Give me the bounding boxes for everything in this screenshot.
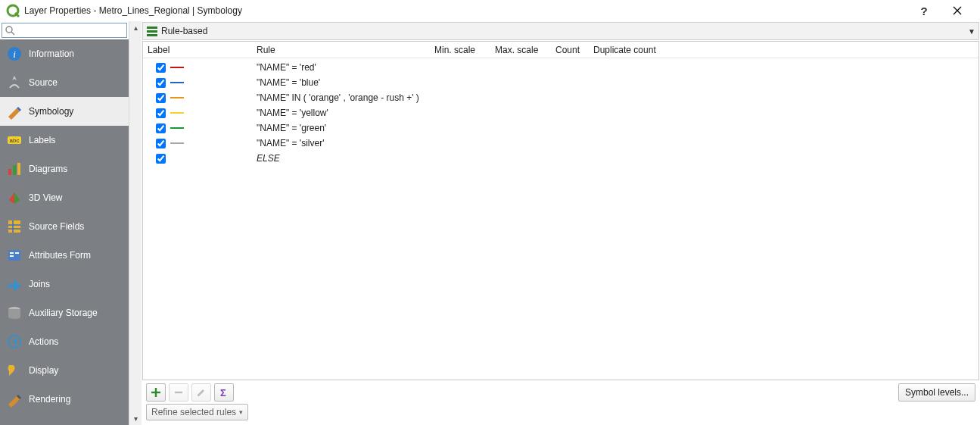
rule-expression: "NAME" = 'silver' [257,138,544,148]
svg-rect-12 [17,163,20,175]
symbol-levels-button[interactable]: Symbol levels... [898,383,975,402]
rule-checkbox[interactable] [156,123,166,133]
app-logo-icon [6,4,20,17]
svg-line-5 [11,32,14,35]
sidebar-icon: i [6,45,23,62]
rule-expression: ELSE [257,153,544,164]
sidebar-icon [6,276,23,292]
rule-expression: "NAME" = 'green' [257,123,544,133]
count-features-button[interactable]: Σ [214,383,234,402]
rule-expression: "NAME" = 'red' [257,62,544,73]
sidebar-icon [6,247,23,264]
col-count[interactable]: Count [555,45,593,55]
svg-text:abc: abc [10,137,20,144]
svg-rect-25 [147,34,157,36]
rule-swatch [170,67,184,68]
table-row[interactable]: "NAME" = 'silver' [143,136,978,151]
rule-swatch [170,112,184,114]
sidebar-item-auxiliary-storage[interactable]: Auxiliary Storage [0,298,129,327]
rule-checkbox[interactable] [156,78,166,88]
sidebar-icon [6,103,23,120]
sidebar-scrollbar[interactable]: ▴ ▾ [129,21,142,425]
sidebar-item-information[interactable]: iInformation [0,39,129,68]
rule-expression: "NAME" = 'blue' [257,77,544,88]
col-dup[interactable]: Duplicate count [593,45,978,55]
col-max[interactable]: Max. scale [495,45,555,55]
sidebar-item-diagrams[interactable]: Diagrams [0,155,129,183]
sidebar-item-label: Auxiliary Storage [29,308,98,318]
sidebar-item-label: Actions [29,336,58,347]
help-button[interactable]: ? [907,0,941,21]
table-header: Label Rule Min. scale Max. scale Count D… [143,42,978,58]
sidebar-item-label: Diagrams [29,164,67,174]
chevron-down-icon: ▼ [968,27,975,36]
rules-table: Label Rule Min. scale Max. scale Count D… [142,41,979,380]
sidebar-item-source-fields[interactable]: Source Fields [0,212,129,241]
rule-checkbox[interactable] [156,154,166,164]
rule-checkbox[interactable] [156,139,166,148]
sidebar-icon [6,362,23,379]
refine-row: Refine selected rules ▾ [142,404,980,425]
col-rule[interactable]: Rule [257,45,434,55]
table-row[interactable]: ELSE [143,151,978,166]
sidebar-item-label: Joins [29,279,50,289]
remove-rule-button[interactable] [169,383,188,402]
add-rule-button[interactable] [146,383,166,402]
sidebar-icon [6,391,23,408]
rule-expression: "NAME" IN ( 'orange' , 'orange - rush +'… [257,92,544,103]
sidebar-item-source[interactable]: Source [0,68,129,97]
sidebar-item-rendering[interactable]: Rendering [0,385,129,414]
sidebar-icon [6,305,23,321]
refine-label: Refine selected rules [151,407,236,417]
refine-rules-button[interactable]: Refine selected rules ▾ [146,404,248,420]
sidebar-item-3d-view[interactable]: 3D View [0,183,129,212]
search-input[interactable] [2,23,127,38]
rule-checkbox[interactable] [156,93,166,103]
sidebar-icon [6,189,23,206]
renderer-dropdown[interactable]: Rule-based ▼ [142,22,979,40]
sidebar-icon [6,218,23,235]
sidebar-item-joins[interactable]: Joins [0,270,129,298]
sidebar-item-symbology[interactable]: Symbology [0,97,129,126]
sidebar-item-attributes-form[interactable]: Attributes Form [0,241,129,270]
sidebar-item-actions[interactable]: Actions [0,327,129,356]
rule-swatch [170,127,184,129]
sidebar: iInformationSourceSymbologyabcLabelsDiag… [0,39,129,425]
scroll-up-icon[interactable]: ▴ [129,21,142,34]
rule-checkbox[interactable] [156,63,166,73]
sidebar-item-label: Rendering [29,394,70,405]
sidebar-icon [6,161,23,177]
search-icon [5,25,15,36]
table-row[interactable]: "NAME" = 'red' [143,60,978,75]
sidebar-item-label: Attributes Form [29,250,91,261]
rule-expression: "NAME" = 'yellow' [257,108,544,118]
rule-checkbox[interactable] [156,108,166,118]
svg-rect-20 [15,252,19,254]
table-row[interactable]: "NAME" = 'green' [143,120,978,136]
table-row[interactable]: "NAME" = 'yellow' [143,105,978,120]
sidebar-icon [6,333,23,350]
sidebar-item-label: Information [29,48,74,59]
edit-rule-button[interactable] [191,383,211,402]
sidebar-item-label: Labels [29,135,55,145]
col-label[interactable]: Label [143,45,257,55]
sidebar-item-label: Symbology [29,106,73,117]
svg-rect-19 [10,255,14,257]
scroll-down-icon[interactable]: ▾ [129,412,142,425]
sidebar-item-labels[interactable]: abcLabels [0,126,129,155]
sidebar-item-label: Source Fields [29,221,84,232]
svg-rect-24 [147,30,157,33]
col-min[interactable]: Min. scale [434,45,495,55]
rule-buttons-row: Σ Symbol levels... [142,381,980,404]
sidebar-item-label: Display [29,365,58,376]
svg-text:i: i [13,48,16,60]
table-row[interactable]: "NAME" = 'blue' [143,75,978,90]
svg-rect-11 [13,165,16,175]
close-button[interactable] [941,0,974,21]
table-row[interactable]: "NAME" IN ( 'orange' , 'orange - rush +'… [143,90,978,105]
window-title: Layer Properties - Metro_Lines_Regional … [24,5,242,16]
svg-rect-18 [10,252,14,254]
sidebar-item-label: 3D View [29,192,62,203]
svg-rect-13 [8,220,20,233]
sidebar-item-display[interactable]: Display [0,356,129,385]
